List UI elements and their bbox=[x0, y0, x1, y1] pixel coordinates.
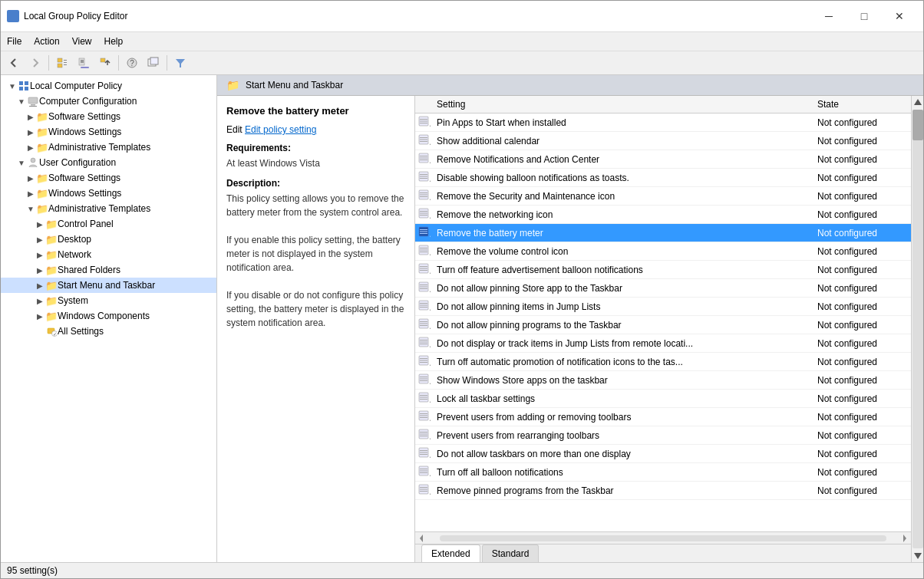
show-hide-tree-button[interactable] bbox=[52, 54, 72, 72]
tree-root[interactable]: ▼ Local Computer Policy bbox=[1, 78, 216, 94]
table-row[interactable]: Show additional calendar Not configured bbox=[415, 132, 911, 150]
properties-button[interactable] bbox=[74, 54, 94, 72]
hscroll-track[interactable] bbox=[440, 535, 886, 541]
tree-admin-1[interactable]: ▶ 📁 Administrative Templates bbox=[1, 140, 216, 155]
col-setting[interactable]: Setting bbox=[431, 96, 811, 113]
scroll-thumb[interactable] bbox=[912, 110, 923, 140]
expand-root[interactable]: ▼ bbox=[7, 81, 18, 91]
tree-network[interactable]: ▶ 📁 Network bbox=[1, 247, 216, 262]
new-window-button[interactable] bbox=[144, 54, 163, 72]
tree-sw-settings-1[interactable]: ▶ 📁 Software Settings bbox=[1, 109, 216, 124]
table-row[interactable]: Pin Apps to Start when installed Not con… bbox=[415, 113, 911, 132]
row-setting: Turn off all balloon notifications bbox=[431, 463, 811, 482]
table-row[interactable]: Do not display or track items in Jump Li… bbox=[415, 334, 911, 353]
expand-sw2[interactable]: ▶ bbox=[25, 173, 36, 183]
expand-user-config[interactable]: ▼ bbox=[16, 157, 27, 168]
table-row[interactable]: Remove the volume control icon Not confi… bbox=[415, 242, 911, 261]
svg-rect-23 bbox=[28, 97, 38, 104]
tree-win-settings-2[interactable]: ▶ 📁 Windows Settings bbox=[1, 186, 216, 201]
tree-computer-config[interactable]: ▼ Computer Configuration bbox=[1, 94, 216, 109]
table-row[interactable]: Turn off feature advertisement balloon n… bbox=[415, 261, 911, 279]
scroll-track[interactable] bbox=[912, 110, 923, 548]
tree-admin-2[interactable]: ▼ 📁 Administrative Templates bbox=[1, 201, 216, 216]
row-state: Not configured bbox=[811, 132, 911, 150]
tree-system[interactable]: ▶ 📁 System bbox=[1, 293, 216, 308]
svg-rect-97 bbox=[420, 417, 427, 418]
table-row[interactable]: Remove the battery meter Not configured bbox=[415, 224, 911, 242]
expand-at2[interactable]: ▼ bbox=[25, 203, 36, 214]
tree-user-config[interactable]: ▼ User Configuration bbox=[1, 155, 216, 170]
table-row[interactable]: Prevent users from rearranging toolbars … bbox=[415, 426, 911, 445]
minimize-button[interactable]: ─ bbox=[811, 5, 846, 27]
back-button[interactable] bbox=[4, 54, 24, 72]
close-button[interactable]: ✕ bbox=[882, 5, 917, 27]
table-row[interactable]: Prevent users from adding or removing to… bbox=[415, 408, 911, 426]
expand-network[interactable]: ▶ bbox=[35, 249, 45, 260]
menu-action[interactable]: Action bbox=[28, 34, 65, 49]
expand-ws2[interactable]: ▶ bbox=[25, 188, 36, 199]
expand-wc[interactable]: ▶ bbox=[35, 311, 45, 321]
row-setting: Remove the networking icon bbox=[431, 206, 811, 224]
expand-at1[interactable]: ▶ bbox=[25, 142, 36, 153]
tree-shared-folders[interactable]: ▶ 📁 Shared Folders bbox=[1, 262, 216, 278]
row-state: Not configured bbox=[811, 390, 911, 408]
tab-standard[interactable]: Standard bbox=[482, 544, 540, 562]
menu-view[interactable]: View bbox=[66, 34, 98, 49]
table-row[interactable]: Do not allow taskbars on more than one d… bbox=[415, 445, 911, 463]
svg-rect-47 bbox=[420, 192, 427, 193]
tree-desktop[interactable]: ▶ 📁 Desktop bbox=[1, 232, 216, 247]
menu-help[interactable]: Help bbox=[98, 34, 130, 49]
row-icon bbox=[415, 206, 431, 224]
expand-computer-config[interactable]: ▼ bbox=[16, 96, 27, 107]
table-row[interactable]: Do not allow pinning items in Jump Lists… bbox=[415, 298, 911, 316]
forward-button[interactable] bbox=[25, 54, 45, 72]
up-button[interactable] bbox=[95, 54, 115, 72]
svg-rect-56 bbox=[420, 232, 427, 232]
svg-rect-52 bbox=[420, 213, 427, 214]
folder-icon-cp: 📁 bbox=[45, 218, 58, 230]
expand-ws1[interactable]: ▶ bbox=[25, 127, 36, 137]
help-button[interactable]: ? bbox=[122, 54, 142, 72]
filter-button[interactable] bbox=[170, 54, 190, 72]
tree-all-settings[interactable]: ▶ ✓ All Settings bbox=[1, 324, 216, 339]
svg-rect-20 bbox=[25, 81, 28, 85]
scroll-up-button[interactable] bbox=[912, 96, 924, 108]
edit-policy-link[interactable]: Edit policy setting bbox=[245, 124, 316, 135]
svg-rect-60 bbox=[420, 250, 427, 251]
maximize-button[interactable]: □ bbox=[846, 5, 882, 27]
expand-sys[interactable]: ▶ bbox=[35, 295, 45, 306]
horizontal-scrollbar[interactable] bbox=[415, 531, 911, 544]
menu-file[interactable]: File bbox=[1, 34, 28, 49]
table-row[interactable]: Turn off automatic promotion of notifica… bbox=[415, 353, 911, 371]
vertical-scrollbar[interactable] bbox=[911, 96, 923, 562]
row-state: Not configured bbox=[811, 298, 911, 316]
tab-extended[interactable]: Extended bbox=[421, 544, 480, 562]
col-state[interactable]: State bbox=[811, 96, 911, 113]
tree-win-settings-1[interactable]: ▶ 📁 Windows Settings bbox=[1, 124, 216, 140]
tree-sw-settings-2[interactable]: ▶ 📁 Software Settings bbox=[1, 170, 216, 186]
tree-start-menu[interactable]: ▶ 📁 Start Menu and Taskbar bbox=[1, 278, 216, 293]
expand-sf[interactable]: ▶ bbox=[35, 265, 45, 275]
tree-control-panel[interactable]: ▶ 📁 Control Panel bbox=[1, 216, 216, 232]
tree-win-components[interactable]: ▶ 📁 Windows Components bbox=[1, 308, 216, 324]
window-controls: ─ □ ✕ bbox=[811, 5, 917, 27]
table-row[interactable]: Remove Notifications and Action Center N… bbox=[415, 150, 911, 169]
table-row[interactable]: Lock all taskbar settings Not configured bbox=[415, 390, 911, 408]
table-row[interactable]: Turn off all balloon notifications Not c… bbox=[415, 463, 911, 482]
table-row[interactable]: Remove pinned programs from the Taskbar … bbox=[415, 482, 911, 500]
table-row[interactable]: Remove the networking icon Not configure… bbox=[415, 206, 911, 224]
expand-desktop[interactable]: ▶ bbox=[35, 234, 45, 245]
table-row[interactable]: Disable showing balloon notifications as… bbox=[415, 169, 911, 187]
expand-sw1[interactable]: ▶ bbox=[25, 111, 36, 122]
expand-sm[interactable]: ▶ bbox=[35, 280, 45, 291]
scroll-down-button[interactable] bbox=[912, 550, 924, 562]
table-row[interactable]: Show Windows Store apps on the taskbar N… bbox=[415, 371, 911, 390]
table-row[interactable]: Do not allow pinning programs to the Tas… bbox=[415, 316, 911, 334]
svg-rect-41 bbox=[420, 160, 427, 160]
requirements-value: At least Windows Vista bbox=[226, 156, 405, 170]
table-row[interactable]: Remove the Security and Maintenance icon… bbox=[415, 187, 911, 206]
table-row[interactable]: Do not allow pinning Store app to the Ta… bbox=[415, 279, 911, 298]
svg-rect-95 bbox=[420, 413, 427, 414]
status-text: 95 setting(s) bbox=[7, 565, 58, 576]
expand-cp[interactable]: ▶ bbox=[35, 219, 45, 229]
